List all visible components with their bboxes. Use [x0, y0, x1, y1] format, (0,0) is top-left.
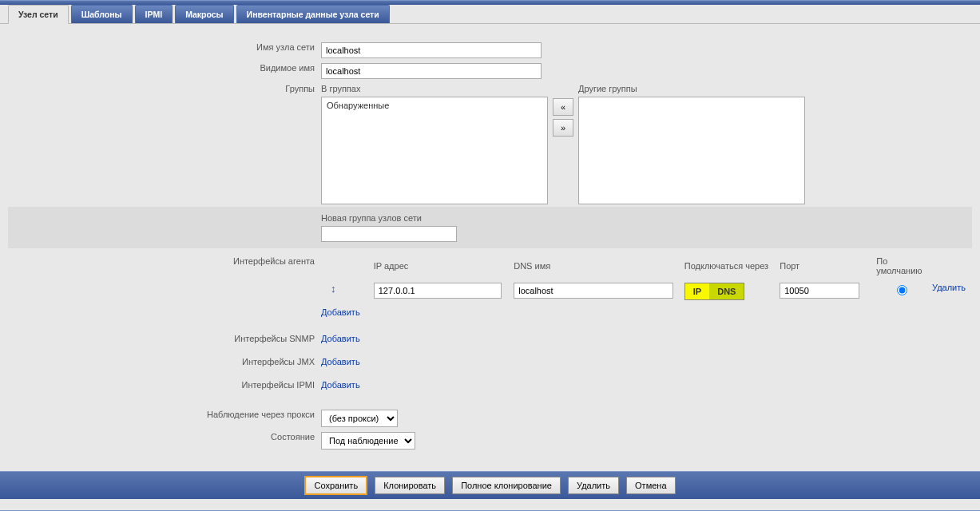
move-right-button[interactable]: » [553, 119, 573, 137]
label-status: Состояние [8, 430, 318, 452]
action-bar: Сохранить Клонировать Полное клонировани… [0, 471, 980, 499]
othergroups-listbox[interactable] [578, 97, 805, 204]
delete-button[interactable]: Удалить [568, 477, 619, 494]
iface-delete-link[interactable]: Удалить [932, 283, 966, 292]
col-port: Порт [776, 256, 873, 280]
ipmi-add-link[interactable]: Добавить [321, 380, 360, 390]
label-ingroups: В группах [321, 84, 548, 97]
proxy-select[interactable]: (без прокси) [321, 410, 398, 427]
iface-dns-input[interactable] [514, 283, 673, 299]
label-visiblename: Видимое имя [8, 61, 318, 81]
iface-ip-input[interactable] [374, 283, 502, 299]
label-proxy: Наблюдение через прокси [8, 392, 318, 430]
label-agent-if: Интерфейсы агента [8, 248, 318, 319]
cancel-button[interactable]: Отмена [626, 477, 675, 494]
fullclone-button[interactable]: Полное клонирование [452, 477, 561, 494]
label-othergroups: Другие группы [578, 84, 805, 97]
tab-host[interactable]: Узел сети [8, 5, 69, 24]
jmx-add-link[interactable]: Добавить [321, 357, 360, 366]
iface-port-input[interactable] [780, 283, 859, 299]
label-newgroup: Новая группа узлов сети [321, 213, 969, 226]
iface-conn-toggle: IP DNS [684, 283, 745, 300]
visiblename-input[interactable] [321, 63, 542, 79]
tab-templates[interactable]: Шаблоны [71, 5, 133, 23]
ingroups-listbox[interactable]: Обнаруженные [321, 97, 548, 204]
col-dns: DNS имя [510, 256, 681, 280]
label-groups: Группы [8, 81, 318, 207]
col-default: По умолчанию [873, 256, 929, 280]
newgroup-input[interactable] [321, 226, 457, 242]
label-hostname: Имя узла сети [8, 40, 318, 61]
tab-ipmi[interactable]: IPMI [135, 5, 173, 23]
drag-handle-icon[interactable]: ↕ [324, 283, 343, 295]
label-jmx-if: Интерфейсы JMX [8, 346, 318, 369]
tab-row: Узел сети Шаблоны IPMI Макросы Инвентарн… [0, 5, 980, 24]
form-content: Имя узла сети Видимое имя Группы В групп… [0, 24, 980, 460]
label-ipmi-if: Интерфейсы IPMI [8, 369, 318, 392]
ingroups-item[interactable]: Обнаруженные [323, 99, 546, 112]
toggle-ip[interactable]: IP [685, 283, 709, 299]
tab-inventory[interactable]: Инвентарные данные узла сети [236, 5, 390, 23]
toggle-dns[interactable]: DNS [709, 283, 744, 299]
snmp-add-link[interactable]: Добавить [321, 334, 360, 343]
hostname-input[interactable] [321, 42, 542, 58]
tab-macros[interactable]: Макросы [175, 5, 233, 23]
label-snmp-if: Интерфейсы SNMP [8, 319, 318, 346]
move-left-button[interactable]: « [553, 98, 573, 116]
col-conn: Подключаться через [681, 256, 776, 280]
save-button[interactable]: Сохранить [304, 476, 367, 495]
iface-default-radio[interactable] [897, 285, 907, 295]
status-select[interactable]: Под наблюдением [321, 432, 415, 450]
gap [0, 499, 980, 510]
col-ip: IP адрес [371, 256, 510, 280]
clone-button[interactable]: Клонировать [375, 477, 445, 494]
agent-add-link[interactable]: Добавить [321, 307, 360, 317]
